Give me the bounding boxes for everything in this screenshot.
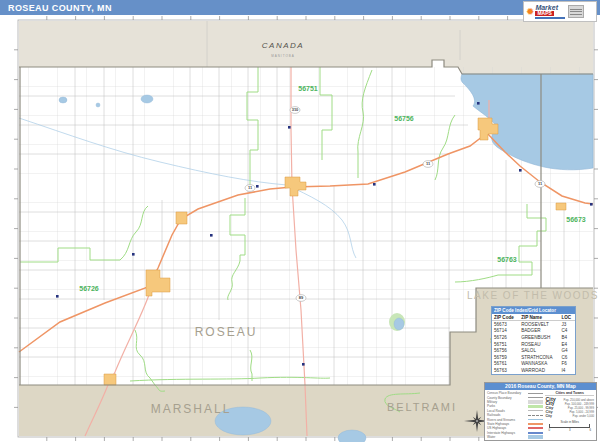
legend-swatch-red-line	[528, 427, 543, 429]
highway-shield: 89	[296, 295, 306, 302]
sunburst-icon: ✹	[526, 7, 534, 17]
table-row: 56759STRATHCONAC6	[492, 354, 575, 361]
table-row: 56761WANNASKAF6	[492, 361, 575, 368]
logo-rule	[535, 17, 565, 19]
highway-shield: 11	[245, 185, 255, 192]
table-row: 56756SALOLG4	[492, 347, 575, 354]
neighbor-county-label: BELTRAMI	[387, 401, 457, 413]
canada-label: CANADA	[262, 41, 304, 50]
city-size-list: CityPop. 250,000 and aboveCityPop. 100,0…	[545, 396, 594, 419]
highway-shield: 11	[423, 161, 433, 168]
legend-item: Water	[487, 435, 543, 439]
zip-code-label: 56673	[566, 216, 586, 223]
page-title: ROSEAU COUNTY, MN	[0, 3, 112, 13]
zip-code-label: 56763	[497, 256, 517, 263]
legend-swatch-gray-thin	[528, 410, 543, 411]
legend-header: 2016 Roseau County, MN Map	[485, 383, 596, 390]
table-row: 56751ROSEAUE4	[492, 341, 575, 348]
legend-swatch-blue-line	[528, 432, 543, 434]
zip-table-column-row: ZIP CodeZIP NameLOC	[492, 314, 575, 321]
zip-table-header: ZIP Code Index/Grid Locator	[492, 307, 575, 314]
highway-shield: 310	[290, 107, 300, 114]
logo-wordmark: Market MAPS	[535, 4, 565, 19]
neighbor-county-label: ROSEAU	[195, 325, 258, 339]
table-row: 56726GREENBUSHB4	[492, 334, 575, 341]
canada-region-label: MANITOBA	[271, 54, 295, 58]
table-row: 56714BADGERC4	[492, 328, 575, 335]
zip-code-label: 56726	[79, 285, 99, 292]
zip-code-index-table: ZIP Code Index/Grid Locator ZIP CodeZIP …	[491, 306, 576, 375]
county-map: CANADA MANITOBA LAKE OF THE WOODSROSEAUM…	[0, 0, 600, 442]
scale-bar: Scale in Miles 036	[545, 420, 594, 432]
logo-word-maps: MAPS	[535, 11, 553, 16]
canada-region	[19, 21, 593, 74]
zip-code-label: 56756	[394, 115, 414, 122]
legend-swatch-green-fill	[528, 405, 543, 409]
legend-items: Census Place BoundaryCounty BoundaryMili…	[487, 391, 543, 439]
legend-swatch-gray-line	[528, 393, 543, 394]
legend-swatch-orange-line	[528, 423, 543, 425]
map-legend: 2016 Roseau County, MN Map Census Place …	[484, 382, 597, 441]
title-bar: ROSEAU COUNTY, MN	[0, 0, 600, 15]
legend-swatch-gray-fill	[528, 400, 543, 404]
legend-swatch-gray-line	[528, 397, 543, 398]
neighbor-county-label: LAKE OF THE WOODS	[467, 290, 599, 301]
legend-swatch-blue-fill	[528, 435, 543, 439]
zip-table-body: 56673ROOSEVELTJ356714BADGERC456726GREENB…	[492, 321, 575, 374]
table-row: 56673ROOSEVELTJ3	[492, 321, 575, 328]
scale-ticks: 036	[545, 428, 594, 432]
table-row: 56763WARROADI4	[492, 367, 575, 374]
highway-shield: 11	[535, 181, 545, 188]
neighbor-county-label: MARSHALL	[151, 402, 232, 416]
brand-logo: ✹ Market MAPS	[523, 1, 597, 22]
highway-shield-number: 89	[299, 295, 304, 300]
map-page: CANADA MANITOBA LAKE OF THE WOODSROSEAUM…	[0, 0, 600, 442]
highway-shield-number: 310	[292, 107, 299, 112]
zip-code-label: 56751	[298, 85, 318, 92]
legend-swatch-hatch-line	[528, 415, 543, 416]
city-size-row: CityPop. under 5,000	[545, 414, 594, 419]
legend-swatch-blue-thin	[528, 419, 543, 420]
logo-side-panel	[568, 5, 584, 18]
